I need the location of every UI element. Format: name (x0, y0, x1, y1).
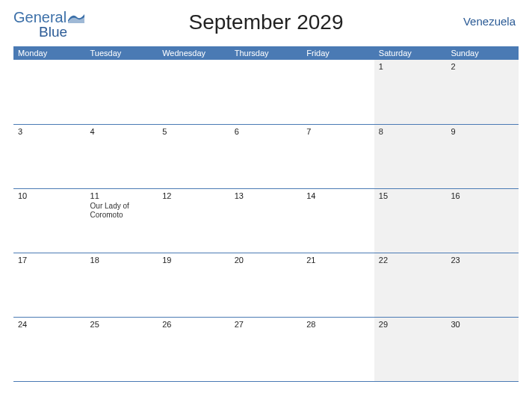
calendar-day-cell (86, 60, 158, 124)
calendar-day-cell: 28 (302, 317, 374, 381)
calendar-grid: Monday Tuesday Wednesday Thursday Friday… (13, 46, 519, 382)
day-number: 22 (379, 256, 442, 265)
calendar-day-cell: 8 (374, 124, 447, 188)
calendar-week-row: 17181920212223 (13, 253, 519, 317)
calendar-day-cell: 1 (374, 60, 447, 124)
calendar-day-cell: 10 (13, 188, 86, 253)
country-label: Venezuela (463, 15, 516, 28)
calendar-day-cell: 7 (302, 124, 374, 188)
weekday-header: Saturday (374, 46, 447, 60)
calendar-day-cell: 29 (374, 317, 447, 381)
day-number: 14 (306, 191, 370, 200)
calendar-day-cell: 18 (86, 253, 158, 317)
calendar-day-cell: 27 (230, 317, 303, 381)
weekday-header-row: Monday Tuesday Wednesday Thursday Friday… (13, 46, 519, 60)
day-number: 4 (90, 127, 154, 136)
calendar-day-cell: 20 (230, 253, 303, 317)
day-number: 28 (306, 320, 370, 329)
calendar-day-cell: 25 (86, 317, 158, 381)
calendar-day-cell: 19 (158, 253, 230, 317)
calendar-day-cell: 22 (374, 253, 447, 317)
calendar-day-cell: 12 (158, 188, 230, 253)
calendar-day-cell (13, 60, 86, 124)
day-number: 23 (451, 256, 514, 265)
day-number: 25 (90, 320, 154, 329)
calendar-header: General Blue September 2029 Venezuela (13, 9, 519, 43)
calendar-day-cell: 24 (13, 317, 86, 381)
calendar-week-row: 12 (13, 60, 519, 124)
calendar-day-cell (302, 60, 374, 124)
calendar-day-cell: 5 (158, 124, 230, 188)
weekday-header: Tuesday (86, 46, 158, 60)
weekday-header: Thursday (230, 46, 303, 60)
weekday-header: Wednesday (158, 46, 230, 60)
day-number: 9 (451, 127, 514, 136)
calendar-day-cell: 3 (13, 124, 86, 188)
weekday-header: Monday (13, 46, 86, 60)
day-number: 15 (379, 191, 442, 200)
day-number: 8 (379, 127, 442, 136)
day-number: 16 (451, 191, 514, 200)
day-number: 17 (18, 256, 81, 265)
day-number: 3 (18, 127, 81, 136)
calendar-day-cell: 21 (302, 253, 374, 317)
calendar-day-cell: 15 (374, 188, 447, 253)
calendar-day-cell: 13 (230, 188, 303, 253)
day-number: 1 (379, 62, 442, 71)
day-number: 7 (306, 127, 370, 136)
calendar-day-cell: 30 (446, 317, 519, 381)
brand-logo-line2: Blue (39, 24, 67, 40)
day-number: 12 (162, 191, 226, 200)
day-number: 2 (451, 62, 514, 71)
day-number: 26 (162, 320, 226, 329)
calendar-day-cell (158, 60, 230, 124)
day-number: 6 (235, 127, 298, 136)
day-number: 18 (90, 256, 154, 265)
day-number: 24 (18, 320, 81, 329)
day-number: 20 (235, 256, 298, 265)
logo-wave-icon (68, 11, 84, 23)
calendar-day-cell: 9 (446, 124, 519, 188)
calendar-day-cell: 23 (446, 253, 519, 317)
calendar-day-cell: 6 (230, 124, 303, 188)
calendar-week-row: 1011Our Lady of Coromoto1213141516 (13, 188, 519, 253)
weekday-header: Sunday (446, 46, 519, 60)
day-number: 13 (235, 191, 298, 200)
calendar-day-cell: 2 (446, 60, 519, 124)
calendar-day-cell: 26 (158, 317, 230, 381)
day-number: 30 (451, 320, 514, 329)
calendar-day-cell: 11Our Lady of Coromoto (86, 188, 158, 253)
calendar-week-row: 24252627282930 (13, 317, 519, 381)
calendar-day-cell: 16 (446, 188, 519, 253)
day-event: Our Lady of Coromoto (90, 202, 143, 220)
day-number: 5 (162, 127, 226, 136)
calendar-week-row: 3456789 (13, 124, 519, 188)
calendar-title: September 2029 (188, 10, 343, 34)
calendar-day-cell: 17 (13, 253, 86, 317)
day-number: 21 (306, 256, 370, 265)
day-number: 29 (379, 320, 442, 329)
calendar-day-cell: 4 (86, 124, 158, 188)
day-number: 10 (18, 191, 81, 200)
logo-text-blue: Blue (39, 24, 67, 40)
day-number: 19 (162, 256, 226, 265)
calendar-day-cell: 14 (302, 188, 374, 253)
day-number: 11 (90, 191, 154, 200)
day-number: 27 (235, 320, 298, 329)
calendar-day-cell (230, 60, 303, 124)
weekday-header: Friday (302, 46, 374, 60)
